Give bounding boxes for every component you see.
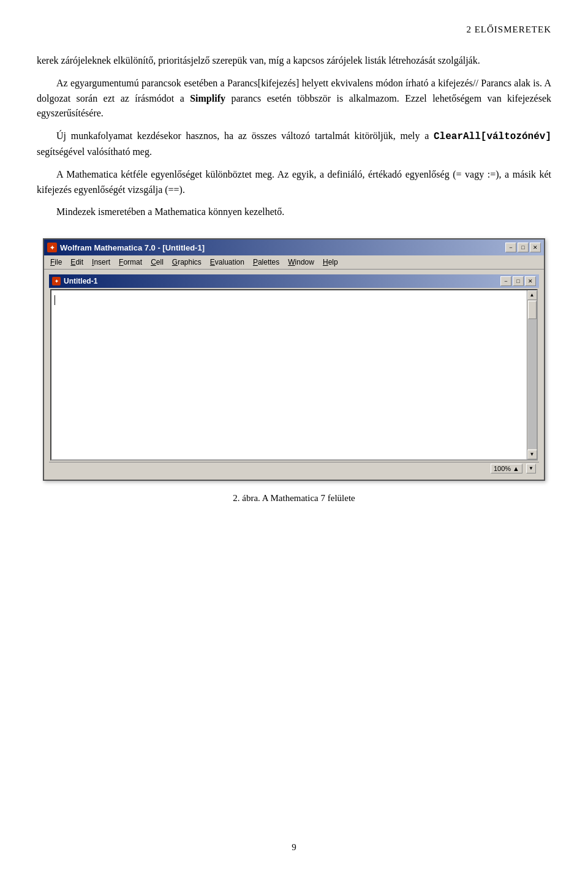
- menu-edit[interactable]: Edit: [67, 257, 87, 268]
- para5-text: Mindezek ismeretében a Mathematica könny…: [56, 206, 284, 217]
- menu-format[interactable]: Format: [115, 257, 146, 268]
- title-bar-left: ✦ Wolfram Mathematica 7.0 - [Untitled-1]: [47, 243, 205, 252]
- status-bar: 100% ▲ ▼: [49, 462, 539, 475]
- close-button[interactable]: ✕: [530, 243, 541, 252]
- text-cursor: [55, 295, 55, 305]
- scroll-thumb[interactable]: [528, 301, 537, 319]
- zoom-value: 100%: [494, 465, 511, 472]
- para2-text: Az egyargumentumú parancsok esetében a P…: [37, 78, 551, 119]
- menu-window[interactable]: Window: [284, 257, 318, 268]
- menu-window-label: W: [288, 258, 295, 266]
- scroll-up-button[interactable]: ▲: [527, 290, 537, 300]
- page-header: 2 ELŐISMERETEK: [37, 25, 551, 35]
- wolfram-icon: ✦: [47, 243, 57, 252]
- paragraph-3: Új munkafolyamat kezdésekor hasznos, ha …: [37, 129, 551, 160]
- header-text: 2 ELŐISMERETEK: [466, 25, 551, 34]
- para3-text: Új munkafolyamat kezdésekor hasznos, ha …: [37, 130, 551, 157]
- zoom-arrow: ▲: [513, 465, 519, 472]
- doc-text-area[interactable]: [51, 290, 527, 459]
- menu-file[interactable]: File: [47, 257, 66, 268]
- menu-cell[interactable]: Cell: [147, 257, 167, 268]
- paragraph-4: A Mathematica kétféle egyenlőséget külön…: [37, 167, 551, 198]
- paragraph-2: Az egyargumentumú parancsok esetében a P…: [37, 76, 551, 121]
- para4-text: A Mathematica kétféle egyenlőséget külön…: [37, 169, 551, 195]
- page-footer: 9: [0, 842, 588, 853]
- menu-palettes[interactable]: Palettes: [249, 257, 283, 268]
- window-title-bold: Wolfram Mathematica 7.0: [60, 243, 156, 252]
- scroll-track: [528, 301, 537, 449]
- page-number: 9: [292, 842, 296, 852]
- menu-graphics[interactable]: Graphics: [168, 257, 205, 268]
- window-title-plain: - [Untitled-1]: [156, 243, 205, 252]
- menu-evaluation-label: E: [210, 258, 215, 266]
- para1-text: kerek zárójeleknek elkülönítő, prioritás…: [37, 55, 480, 66]
- scrollbar: ▲ ▼: [527, 290, 537, 459]
- doc-minimize-button[interactable]: −: [500, 276, 511, 286]
- page: 2 ELŐISMERETEK kerek zárójeleknek elkülö…: [0, 0, 588, 871]
- paragraph-1: kerek zárójeleknek elkülönítő, prioritás…: [37, 53, 551, 69]
- menu-help[interactable]: Help: [319, 257, 342, 268]
- simplify-bold: Simplify: [190, 93, 225, 104]
- screenshot-container: ✦ Wolfram Mathematica 7.0 - [Untitled-1]…: [43, 238, 545, 481]
- menu-cell-label: C: [151, 258, 156, 266]
- doc-icon: ✦: [52, 277, 61, 285]
- menu-evaluation[interactable]: Evaluation: [206, 257, 248, 268]
- menu-insert-label: I: [92, 258, 94, 266]
- body-text: kerek zárójeleknek elkülönítő, prioritás…: [37, 53, 551, 220]
- paragraph-5: Mindezek ismeretében a Mathematica könny…: [37, 205, 551, 220]
- title-bar-buttons: − □ ✕: [505, 243, 541, 252]
- doc-title-buttons: − □ ✕: [500, 276, 536, 286]
- mathematica-window: ✦ Wolfram Mathematica 7.0 - [Untitled-1]…: [43, 238, 545, 481]
- menu-graphics-label: G: [172, 258, 178, 266]
- doc-maximize-button[interactable]: □: [513, 276, 524, 286]
- menu-edit-label: E: [70, 258, 75, 266]
- window-title: Wolfram Mathematica 7.0 - [Untitled-1]: [60, 243, 205, 252]
- doc-title-bar: ✦ Untitled-1 − □ ✕: [49, 274, 539, 288]
- doc-content-wrapper: ▲ ▼: [50, 289, 538, 461]
- main-title-bar: ✦ Wolfram Mathematica 7.0 - [Untitled-1]…: [44, 239, 544, 255]
- menu-help-label: H: [323, 258, 328, 266]
- document-window: ✦ Untitled-1 − □ ✕ ▲: [47, 272, 541, 477]
- minimize-button[interactable]: −: [505, 243, 516, 252]
- menu-insert[interactable]: Insert: [88, 257, 114, 268]
- status-scroll-btn[interactable]: ▼: [526, 464, 536, 473]
- maximize-button[interactable]: □: [518, 243, 529, 252]
- figure-caption: 2. ábra. A Mathematica 7 felülete: [37, 493, 551, 503]
- doc-title: Untitled-1: [64, 277, 97, 285]
- zoom-indicator: 100% ▲: [491, 464, 522, 473]
- clearall-mono: ClearAll[változónév]: [434, 131, 551, 142]
- figure-caption-text: 2. ábra. A Mathematica 7 felülete: [233, 493, 355, 503]
- doc-close-button[interactable]: ✕: [525, 276, 536, 286]
- menu-format-label: F: [119, 258, 123, 266]
- doc-title-left: ✦ Untitled-1: [52, 277, 97, 285]
- scroll-down-button[interactable]: ▼: [527, 450, 537, 459]
- menu-bar: File Edit Insert Format Cell Graphics Ev…: [44, 255, 544, 270]
- menu-palettes-label: P: [253, 258, 258, 266]
- menu-file-label: F: [50, 258, 55, 266]
